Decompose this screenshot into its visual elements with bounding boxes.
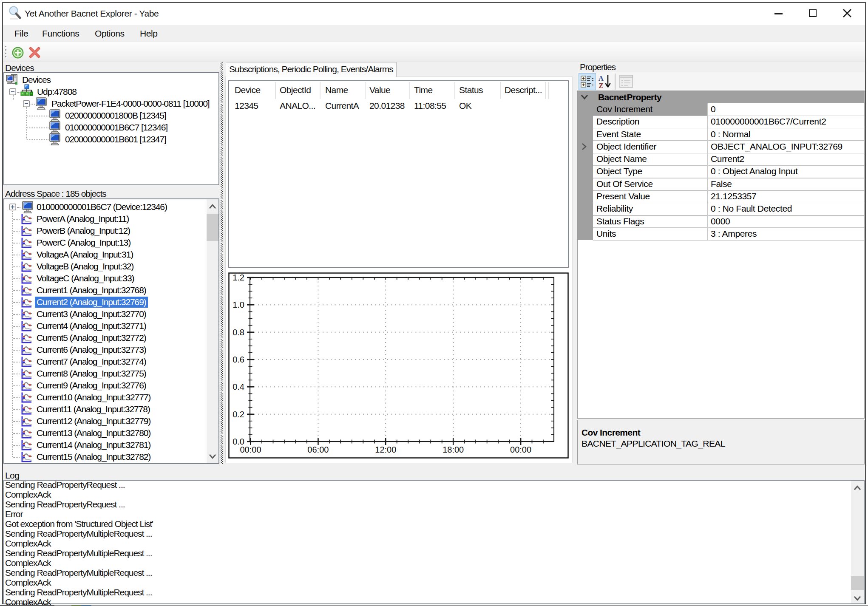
svg-text:Z: Z	[599, 82, 603, 89]
svg-text:06:00: 06:00	[307, 445, 329, 454]
svg-text:00:00: 00:00	[510, 445, 531, 454]
svg-text:0.8: 0.8	[233, 328, 244, 337]
svg-text:0.6: 0.6	[233, 355, 244, 364]
svg-text:0.4: 0.4	[233, 382, 244, 391]
svg-text:0.2: 0.2	[233, 410, 244, 419]
svg-text:1.0: 1.0	[233, 300, 244, 309]
svg-text:1.2: 1.2	[233, 273, 244, 282]
svg-text:18:00: 18:00	[443, 445, 464, 454]
svg-text:00:00: 00:00	[240, 445, 261, 454]
svg-text:12:00: 12:00	[375, 445, 396, 454]
